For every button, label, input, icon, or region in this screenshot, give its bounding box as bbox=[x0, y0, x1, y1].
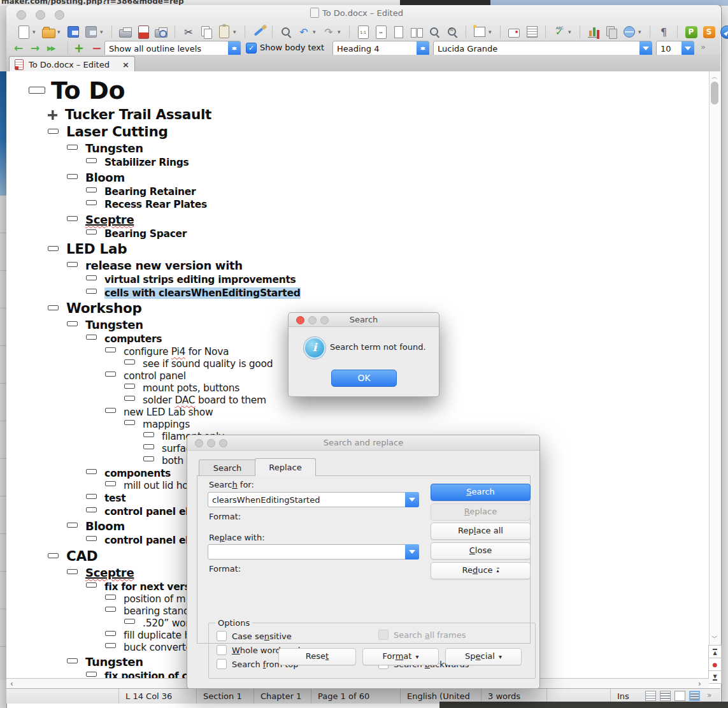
window-minimize-button[interactable] bbox=[36, 10, 45, 20]
outline-item[interactable]: Tungsten bbox=[6, 140, 709, 156]
outline-item[interactable]: Bearing Retainer bbox=[6, 185, 709, 199]
insert-frame-icon[interactable] bbox=[473, 25, 487, 39]
view-layout-single-icon[interactable] bbox=[645, 691, 656, 701]
reset-button[interactable]: Reset bbox=[278, 648, 356, 665]
dropdown-caret-icon[interactable]: ▾ bbox=[100, 29, 105, 35]
toolbar-overflow-icon[interactable]: » bbox=[701, 42, 706, 52]
outline-item[interactable]: release new version with bbox=[6, 257, 709, 273]
chevron-down-icon[interactable] bbox=[405, 492, 419, 507]
window-zoom-button[interactable] bbox=[55, 10, 64, 20]
document-tab[interactable]: To Do.docx – Edited × bbox=[9, 56, 135, 72]
outline-collapse-icon[interactable] bbox=[48, 305, 59, 310]
outline-collapse-icon[interactable] bbox=[124, 384, 135, 389]
chevron-down-icon[interactable] bbox=[682, 41, 694, 55]
outline-collapse-icon[interactable] bbox=[105, 372, 116, 377]
track-changes-icon[interactable] bbox=[604, 25, 618, 39]
replace-all-button[interactable]: Replace all bbox=[431, 523, 531, 540]
outline-collapse-icon[interactable] bbox=[86, 494, 97, 499]
stepper-icon[interactable] bbox=[228, 41, 241, 55]
view-layout-blank-icon[interactable] bbox=[674, 691, 685, 701]
outline-item[interactable]: Sceptre bbox=[6, 212, 709, 228]
outline-collapse-icon[interactable] bbox=[86, 275, 97, 280]
whole-words-checkbox[interactable] bbox=[217, 645, 227, 655]
redo-icon[interactable]: ↷ bbox=[322, 25, 336, 39]
case-sensitive-checkbox[interactable] bbox=[217, 631, 227, 641]
outline-item[interactable]: new LED Lab show bbox=[6, 407, 709, 419]
chevron-down-icon[interactable] bbox=[639, 41, 652, 55]
dropdown-caret-icon[interactable]: ▾ bbox=[489, 29, 494, 35]
outline-collapse-icon[interactable] bbox=[105, 408, 116, 413]
fast-forward-icon[interactable]: ▶▶ bbox=[47, 41, 54, 55]
dropdown-caret-icon[interactable]: ▾ bbox=[313, 29, 318, 35]
status-overflow-icon[interactable]: » bbox=[707, 691, 711, 700]
special-menu-button[interactable]: Special bbox=[445, 648, 522, 665]
zoom-in-icon[interactable]: % bbox=[445, 25, 459, 39]
font-size-select[interactable]: 10 bbox=[656, 41, 694, 56]
outline-collapse-icon[interactable] bbox=[105, 595, 116, 600]
dropdown-caret-icon[interactable]: ▾ bbox=[568, 29, 573, 35]
navigation-target-button[interactable]: ● bbox=[708, 658, 722, 671]
window-close-button[interactable] bbox=[17, 10, 26, 20]
search-for-combobox[interactable]: clearsWhenEditingStarted bbox=[208, 492, 419, 507]
insert-comment-icon[interactable] bbox=[507, 25, 521, 39]
search-for-value[interactable]: clearsWhenEditingStarted bbox=[208, 495, 406, 505]
dropdown-caret-icon[interactable]: ▾ bbox=[338, 29, 343, 35]
outline-collapse-icon[interactable] bbox=[86, 158, 97, 163]
replace-button[interactable]: Replace bbox=[431, 503, 531, 521]
hyperlink-icon[interactable] bbox=[622, 25, 636, 39]
outline-collapse-icon[interactable] bbox=[86, 200, 97, 205]
outline-collapse-icon[interactable] bbox=[86, 229, 97, 235]
insert-chart-icon[interactable] bbox=[587, 25, 601, 39]
find-replace-icon[interactable] bbox=[279, 25, 293, 39]
case-sensitive-row[interactable]: Case sensitive bbox=[217, 631, 292, 641]
outline-collapse-icon[interactable] bbox=[124, 619, 135, 624]
back-arrow-icon[interactable]: ← bbox=[14, 41, 23, 55]
outline-collapse-icon[interactable] bbox=[124, 420, 135, 425]
close-button[interactable]: Close bbox=[431, 542, 531, 560]
vertical-scrollbar[interactable] bbox=[709, 71, 721, 678]
cut-icon[interactable]: ✂ bbox=[182, 25, 196, 39]
stepper-icon[interactable] bbox=[417, 41, 429, 55]
format-menu-button[interactable]: Format bbox=[362, 648, 439, 665]
outline-collapse-icon[interactable] bbox=[86, 672, 97, 677]
new-document-icon[interactable] bbox=[17, 25, 31, 39]
outline-item[interactable]: To Do bbox=[6, 75, 709, 106]
search-from-top-checkbox[interactable] bbox=[217, 659, 227, 669]
outline-item[interactable]: Laser Cutting bbox=[6, 123, 709, 140]
outline-item[interactable]: Bearing Spacer bbox=[6, 228, 709, 241]
open-icon[interactable] bbox=[41, 25, 55, 39]
outline-collapse-icon[interactable] bbox=[143, 432, 154, 437]
app-pages-icon[interactable]: P bbox=[684, 25, 698, 39]
vertical-scroll-thumb[interactable] bbox=[711, 82, 718, 105]
outline-collapse-icon[interactable] bbox=[105, 347, 116, 352]
outline-collapse-icon[interactable] bbox=[67, 523, 78, 528]
scroll-left-icon[interactable]: ‹ bbox=[10, 679, 13, 688]
status-cell[interactable]: Chapter 1 bbox=[253, 689, 311, 704]
outline-item[interactable]: LED Lab bbox=[6, 240, 709, 257]
view-layout-outline-icon[interactable] bbox=[689, 691, 700, 701]
scroll-up-icon[interactable]: ︿ bbox=[711, 73, 718, 82]
outline-collapse-icon[interactable] bbox=[105, 607, 116, 612]
replace-with-combobox[interactable] bbox=[208, 544, 419, 560]
dropdown-caret-icon[interactable]: ▾ bbox=[233, 29, 238, 35]
paste-icon[interactable] bbox=[217, 25, 231, 39]
outline-collapse-icon[interactable] bbox=[67, 262, 78, 267]
outline-item[interactable]: Tucker Trail Assault bbox=[6, 106, 709, 123]
tab-replace[interactable]: Replace bbox=[255, 458, 316, 476]
outline-collapse-icon[interactable] bbox=[67, 216, 78, 221]
status-cell[interactable]: L 14 Col 36 bbox=[118, 689, 196, 704]
promote-icon[interactable]: + bbox=[74, 41, 84, 55]
outline-levels-select[interactable]: Show all outline levels bbox=[104, 41, 241, 56]
outline-item[interactable]: cells with clearsWhenEditingStarted bbox=[6, 287, 709, 300]
outline-collapse-icon[interactable] bbox=[48, 553, 59, 558]
outline-collapse-icon[interactable] bbox=[124, 359, 135, 365]
previous-page-button[interactable]: ▲ bbox=[708, 645, 722, 658]
outline-collapse-icon[interactable] bbox=[105, 481, 116, 486]
outline-item[interactable]: mappings bbox=[6, 419, 709, 431]
app-s-icon[interactable]: S bbox=[702, 25, 716, 39]
outline-item[interactable]: Recess Rear Plates bbox=[6, 198, 709, 212]
outline-collapse-icon[interactable] bbox=[67, 569, 78, 574]
formatting-marks-icon[interactable]: ¶ bbox=[657, 25, 671, 39]
dropdown-caret-icon[interactable]: ▾ bbox=[638, 29, 643, 35]
search-button[interactable]: Search bbox=[431, 484, 531, 501]
